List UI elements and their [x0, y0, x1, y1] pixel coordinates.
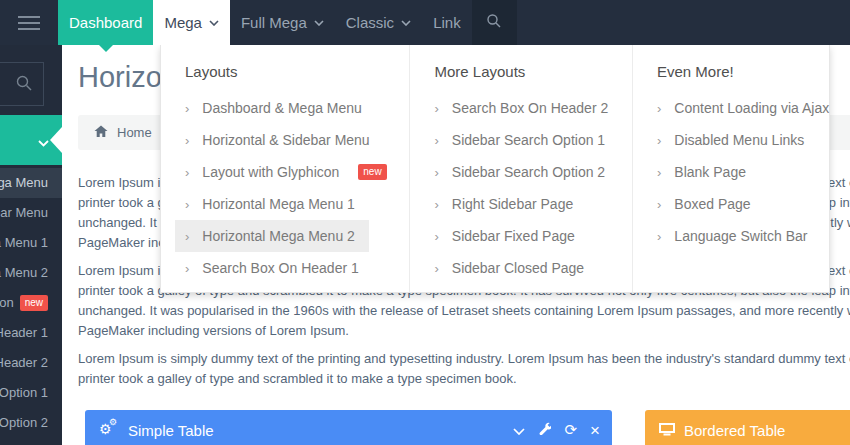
new-badge: new	[20, 295, 48, 311]
angle-right-icon: ›	[434, 133, 438, 148]
panel-simple-table: ⚙⚙ Simple Table ⟳ ×	[85, 410, 612, 445]
cogs-icon: ⚙⚙	[99, 421, 119, 439]
menu-item-blank-page[interactable]: › Blank Page	[647, 156, 760, 188]
search-icon	[15, 74, 33, 96]
mega-column-heading: More Layouts	[434, 63, 632, 80]
menu-item-disabled-menu-links[interactable]: › Disabled Menu Links	[647, 124, 818, 156]
sidebar-item-search-box-on-header-2[interactable]: Search Box On Header 2	[0, 348, 62, 378]
menu-item-dashboard-mega-menu[interactable]: › Dashboard & Mega Menu	[175, 92, 376, 124]
angle-right-icon: ›	[657, 197, 661, 212]
nav-tab-label: Link	[433, 14, 461, 31]
home-icon	[94, 125, 108, 141]
sidebar-item-search-box-on-header-1[interactable]: Search Box On Header 1	[0, 318, 62, 348]
panel-settings-button[interactable]	[538, 422, 551, 438]
panel-refresh-button[interactable]: ⟳	[564, 423, 577, 438]
panel-close-button[interactable]: ×	[590, 422, 600, 439]
angle-right-icon: ›	[657, 229, 661, 244]
angle-right-icon: ›	[434, 101, 438, 116]
angle-right-icon: ›	[434, 197, 438, 212]
menu-item-search-box-on-header-2[interactable]: › Search Box On Header 2	[424, 92, 622, 124]
angle-right-icon: ›	[657, 133, 661, 148]
active-item-arrow	[50, 127, 62, 153]
menu-item-horizontal-mega-menu-1[interactable]: › Horizontal Mega Menu 1	[175, 188, 369, 220]
menu-item-horizontal-sidebar-menu[interactable]: › Horizontal & Sidebar Menu	[175, 124, 384, 156]
app-screen: Dashboard Mega Full Mega Classic Link	[0, 0, 850, 445]
mega-column-heading: Even More!	[657, 63, 829, 80]
menu-item-sidebar-search-option-2[interactable]: › Sidebar Search Option 2	[424, 156, 619, 188]
angle-right-icon: ›	[185, 261, 189, 276]
nav-tab-link[interactable]: Link	[422, 0, 472, 45]
chevron-down-icon	[513, 423, 525, 438]
mega-column-layouts: Layouts › Dashboard & Mega Menu › Horizo…	[161, 45, 410, 292]
angle-right-icon: ›	[185, 101, 189, 116]
close-icon: ×	[590, 422, 600, 439]
nav-tab-label: Dashboard	[69, 14, 142, 31]
menu-item-sidebar-search-option-1[interactable]: › Sidebar Search Option 1	[424, 124, 619, 156]
paragraph: Lorem Ipsum is simply dummy text of the …	[78, 349, 850, 389]
angle-right-icon: ›	[434, 229, 438, 244]
nav-tab-label: Classic	[346, 14, 394, 31]
display-board-icon	[659, 422, 675, 439]
menu-item-right-sidebar-page[interactable]: › Right Sidebar Page	[424, 188, 587, 220]
angle-right-icon: ›	[185, 133, 189, 148]
refresh-icon: ⟳	[564, 423, 577, 438]
nav-tab-full-mega[interactable]: Full Mega	[230, 0, 335, 45]
menu-item-sidebar-closed-page[interactable]: › Sidebar Closed Page	[424, 252, 598, 284]
chevron-down-icon	[401, 20, 411, 26]
menu-item-boxed-page[interactable]: › Boxed Page	[647, 188, 765, 220]
menu-item-language-switch-bar[interactable]: › Language Switch Bar	[647, 220, 821, 252]
angle-right-icon: ›	[185, 197, 189, 212]
angle-right-icon: ›	[434, 261, 438, 276]
nav-tab-mega[interactable]: Mega	[153, 0, 230, 45]
chevron-down-icon	[314, 20, 324, 26]
panel-collapse-button[interactable]	[513, 423, 525, 438]
mega-column-even-more: Even More! › Content Loading via Ajax › …	[633, 45, 829, 292]
menu-item-content-loading-via-ajax[interactable]: › Content Loading via Ajax	[647, 92, 843, 124]
sidebar: Dashboard & Mega Menu Horizontal & Sideb…	[0, 45, 62, 445]
navbar-search-button[interactable]	[472, 0, 517, 45]
chevron-down-icon	[209, 20, 219, 26]
angle-right-icon: ›	[657, 165, 661, 180]
top-navbar: Dashboard Mega Full Mega Classic Link	[0, 0, 850, 45]
nav-tab-classic[interactable]: Classic	[335, 0, 422, 45]
sidebar-item-sidebar-search-option-2[interactable]: Sidebar Search Option 2	[0, 408, 62, 438]
sidebar-item-dashboard-mega-menu[interactable]: Dashboard & Mega Menu	[0, 168, 62, 198]
wrench-icon	[538, 422, 551, 438]
panel-bordered-table: Bordered Table	[645, 410, 850, 445]
angle-right-icon: ›	[185, 229, 189, 244]
chevron-down-icon	[38, 133, 49, 151]
panel-title: Bordered Table	[684, 422, 785, 439]
menu-item-horizontal-mega-menu-2[interactable]: › Horizontal Mega Menu 2	[175, 220, 369, 252]
menu-item-sidebar-fixed-page[interactable]: › Sidebar Fixed Page	[424, 220, 588, 252]
sidebar-item-horizontal-mega-menu-2[interactable]: Horizontal Mega Menu 2	[0, 258, 62, 288]
sidebar-search-box	[0, 62, 44, 106]
menu-item-search-box-on-header-1[interactable]: › Search Box On Header 1	[175, 252, 373, 284]
angle-right-icon: ›	[185, 165, 189, 180]
new-badge: new	[358, 164, 386, 180]
sidebar-menu: Dashboard & Mega Menu Horizontal & Sideb…	[0, 168, 62, 438]
menu-item-layout-with-glyphicon[interactable]: › Layout with Glyphicon new	[175, 156, 401, 188]
sidebar-item-sidebar-search-option-1[interactable]: Sidebar Search Option 1	[0, 378, 62, 408]
mega-column-heading: Layouts	[185, 63, 409, 80]
hamburger-icon	[18, 16, 40, 18]
nav-tab-dashboard[interactable]: Dashboard	[58, 0, 153, 45]
mega-column-more-layouts: More Layouts › Search Box On Header 2 › …	[410, 45, 633, 292]
angle-right-icon: ›	[657, 101, 661, 116]
sidebar-active-parent[interactable]	[0, 115, 62, 165]
breadcrumb-home[interactable]: Home	[117, 125, 152, 140]
nav-tab-label: Full Mega	[241, 14, 307, 31]
panel-title: Simple Table	[128, 422, 214, 439]
sidebar-item-horizontal-mega-menu-1[interactable]: Horizontal Mega Menu 1	[0, 228, 62, 258]
panel-tools: ⟳ ×	[513, 410, 600, 445]
angle-right-icon: ›	[434, 165, 438, 180]
sidebar-item-horizontal-sidebar-menu[interactable]: Horizontal & Sidebar Menu	[0, 198, 62, 228]
sidebar-item-layout-with-glyphicon[interactable]: Layout with Glyphiconnew	[0, 288, 62, 318]
mega-dropdown: Layouts › Dashboard & Mega Menu › Horizo…	[160, 45, 830, 293]
hamburger-button[interactable]	[0, 0, 58, 45]
nav-tab-label: Mega	[164, 14, 202, 31]
active-tab-caret-icon	[99, 45, 113, 52]
search-icon	[486, 13, 502, 32]
sidebar-search-input[interactable]	[0, 63, 9, 107]
